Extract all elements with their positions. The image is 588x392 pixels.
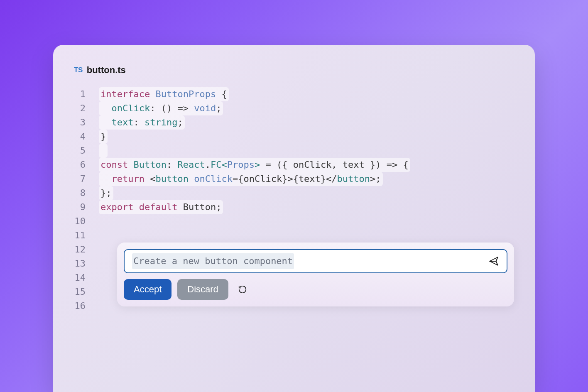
code-line[interactable]: } [100, 130, 514, 144]
ai-button-row: Accept Discard [124, 279, 507, 300]
code-area[interactable]: 12345678910111213141516 interface Button… [74, 87, 514, 313]
code-line[interactable]: const Button: React.FC<Props> = ({ onCli… [100, 158, 514, 172]
line-number: 15 [74, 285, 86, 299]
code-line[interactable]: export default Button; [100, 200, 514, 214]
discard-button[interactable]: Discard [177, 279, 228, 300]
line-number-gutter: 12345678910111213141516 [74, 87, 91, 313]
file-header: TS button.ts [74, 65, 514, 76]
line-number: 12 [74, 243, 86, 257]
ai-suggestion-panel: Create a new button component Accept Dis… [117, 243, 514, 306]
code-line[interactable]: interface ButtonProps { [100, 87, 514, 101]
filename-label: button.ts [87, 65, 126, 76]
line-number: 9 [74, 200, 86, 214]
code-line[interactable] [100, 144, 514, 158]
code-line[interactable]: }; [100, 186, 514, 200]
line-number: 14 [74, 271, 86, 285]
line-number: 11 [74, 228, 86, 243]
line-number: 16 [74, 299, 86, 313]
line-number: 6 [74, 158, 86, 172]
line-number: 3 [74, 115, 86, 130]
typescript-badge-icon: TS [74, 66, 83, 74]
ai-input-wrapper[interactable]: Create a new button component [124, 249, 507, 273]
line-number: 8 [74, 186, 86, 200]
code-content[interactable]: interface ButtonProps { onClick: () => v… [91, 87, 514, 313]
accept-button[interactable]: Accept [124, 279, 172, 300]
send-icon[interactable] [488, 256, 499, 267]
line-number: 4 [74, 130, 86, 144]
line-number: 1 [74, 87, 86, 101]
code-line[interactable]: return <button onClick={onClick}>{text}<… [100, 172, 514, 186]
line-number: 2 [74, 101, 86, 115]
line-number: 10 [74, 214, 86, 228]
code-line[interactable]: text: string; [100, 115, 514, 130]
ai-prompt-input[interactable]: Create a new button component [132, 253, 294, 269]
line-number: 7 [74, 172, 86, 186]
code-line[interactable]: onClick: () => void; [100, 101, 514, 115]
editor-window: TS button.ts 12345678910111213141516 int… [53, 45, 535, 392]
refresh-icon[interactable] [238, 284, 247, 294]
line-number: 13 [74, 257, 86, 271]
line-number: 5 [74, 144, 86, 158]
